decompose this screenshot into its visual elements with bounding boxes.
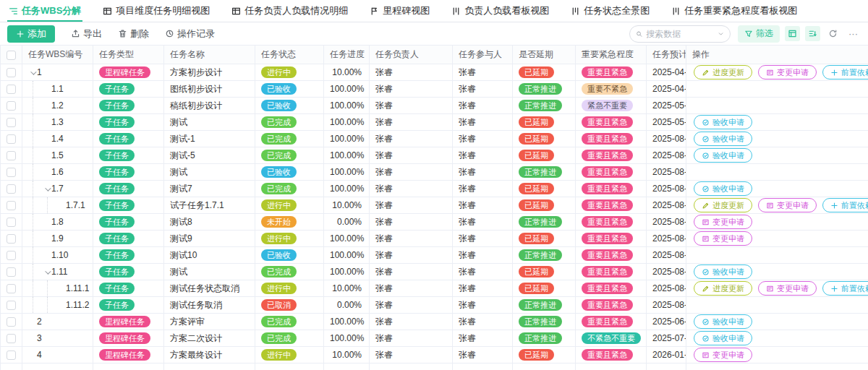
search-input[interactable]	[646, 29, 714, 39]
change-button[interactable]: 变更申请	[694, 215, 752, 229]
badge: 子任务	[99, 83, 135, 95]
badge: 里程碑任务	[99, 349, 150, 361]
chevron-down-icon[interactable]	[718, 30, 724, 38]
more-button[interactable]: ···	[846, 26, 861, 41]
change-button[interactable]: 变更申请	[694, 231, 752, 246]
task-owner-cell: 张睿	[370, 81, 453, 98]
pre-button[interactable]: 前置依赖	[822, 65, 868, 79]
row-checkbox[interactable]	[7, 301, 16, 310]
badge: 重要且紧急	[582, 183, 633, 194]
tab-view-1[interactable]: 项目维度任务明细视图	[101, 0, 211, 22]
plus-icon	[830, 285, 838, 293]
row-checkbox[interactable]	[7, 184, 16, 194]
accept-button[interactable]: 验收申请	[694, 314, 752, 329]
row-checkbox[interactable]	[7, 251, 16, 260]
row-height-button[interactable]	[805, 26, 820, 41]
collapse-chevron-icon[interactable]	[43, 267, 51, 277]
task-status-cell: 已完成	[255, 147, 324, 164]
operation-log-button[interactable]: 操作记录	[165, 27, 215, 40]
task-type-cell: 子任务	[93, 98, 164, 114]
task-type-cell: 子任务	[93, 81, 164, 98]
refresh-button[interactable]	[825, 26, 841, 41]
table-row: 1.8子任务测试8未开始0.00%张睿张睿正常推进重要且紧急2025-08-变更…	[1, 214, 868, 231]
progress-button[interactable]: 进度更新	[694, 65, 752, 79]
plus-icon	[16, 30, 25, 38]
change-button[interactable]: 变更申请	[758, 198, 817, 212]
row-checkbox[interactable]	[7, 234, 16, 244]
operations-cell	[686, 297, 868, 314]
delay-status-cell: 已延期	[513, 197, 576, 214]
change-button[interactable]: 变更申请	[694, 348, 752, 362]
urgency-cell: 不紧急不重要	[576, 330, 647, 347]
row-checkbox[interactable]	[7, 201, 16, 210]
accept-button[interactable]: 验收申请	[694, 115, 752, 129]
accept-button[interactable]: 验收申请	[694, 132, 752, 146]
planned-date-cell: 2025-08-	[647, 131, 686, 147]
row-checkbox[interactable]	[7, 317, 16, 327]
row-checkbox[interactable]	[7, 151, 16, 160]
add-button[interactable]: 添加	[7, 25, 55, 43]
accept-button[interactable]: 验收申请	[694, 148, 752, 163]
tab-view-5[interactable]: 任务状态全景图	[569, 0, 651, 22]
column-header-6: 任务负责人	[370, 46, 453, 64]
column-header-1: 任务WBS编号	[22, 46, 93, 64]
pre-button[interactable]: 前置依赖	[822, 281, 868, 296]
row-checkbox[interactable]	[7, 118, 16, 127]
progress-button[interactable]: 进度更新	[694, 281, 752, 296]
field-config-button[interactable]	[785, 26, 800, 41]
pencil-icon	[702, 202, 710, 210]
badge: 不紧急不重要	[582, 332, 641, 344]
funnel-icon	[744, 30, 753, 38]
select-all-checkbox[interactable]	[7, 51, 16, 60]
accept-button[interactable]: 验收申请	[694, 331, 752, 345]
collapse-chevron-icon[interactable]	[43, 184, 51, 194]
badge: 进行中	[261, 66, 297, 78]
row-checkbox[interactable]	[7, 168, 16, 177]
kanban-icon	[451, 7, 461, 16]
accept-button[interactable]: 验收申请	[694, 181, 752, 196]
tab-view-4[interactable]: 负责人负载看板视图	[450, 0, 550, 22]
task-name-cell: 测试	[164, 114, 255, 131]
row-checkbox[interactable]	[7, 134, 16, 144]
task-participant-cell: 张睿	[453, 197, 513, 214]
task-status-cell: 已完成	[255, 131, 324, 147]
row-checkbox[interactable]	[7, 350, 16, 360]
task-progress-cell: 10.00%	[324, 347, 370, 363]
task-name-cell: 测试8	[164, 214, 255, 231]
task-participant-cell: 张睿	[453, 330, 513, 347]
task-name-cell: 测试任务状态取消	[164, 280, 255, 297]
badge: 进行中	[261, 233, 297, 244]
planned-date-cell: 2025-08-	[647, 197, 686, 214]
tab-view-0[interactable]: 任务WBS分解	[7, 0, 82, 22]
task-participant-cell: 张睿	[453, 181, 513, 197]
urgency-cell: 重要且紧急	[576, 197, 647, 214]
collapse-chevron-icon[interactable]	[28, 67, 37, 77]
table-row: 1.4子任务测试-1已完成100.00%张睿张睿已延期重要且紧急2025-08-…	[1, 131, 868, 147]
row-checkbox[interactable]	[7, 334, 16, 343]
delay-status-cell: 正常推进	[513, 247, 576, 264]
export-button[interactable]: 导出	[71, 27, 102, 40]
row-checkbox[interactable]	[7, 101, 16, 111]
delay-status-cell: 已延期	[513, 264, 576, 280]
task-progress-cell: 100.00%	[324, 314, 370, 330]
row-checkbox[interactable]	[7, 267, 16, 277]
row-checkbox[interactable]	[7, 284, 16, 293]
row-checkbox[interactable]	[7, 85, 16, 94]
operations-cell: 验收申请	[686, 330, 868, 347]
delay-status-cell: 正常推进	[513, 314, 576, 330]
progress-button[interactable]: 进度更新	[694, 198, 752, 212]
row-checkbox[interactable]	[7, 68, 16, 77]
accept-button[interactable]: 验收申请	[694, 264, 752, 279]
change-button[interactable]: 变更申请	[758, 281, 817, 296]
delete-button[interactable]: 删除	[118, 27, 149, 40]
row-checkbox[interactable]	[7, 218, 16, 227]
tab-view-3[interactable]: 里程碑视图	[368, 0, 431, 22]
tab-view-2[interactable]: 任务负责人负载情况明细	[230, 0, 349, 22]
doc-icon	[702, 218, 710, 226]
tab-view-6[interactable]: 任务重要紧急程度看板视图	[670, 0, 799, 22]
change-button[interactable]: 变更申请	[758, 65, 817, 79]
wbs-number-cell: 1.8	[22, 214, 93, 231]
badge: 已验收	[261, 100, 297, 111]
pre-button[interactable]: 前置依赖	[822, 198, 868, 212]
filter-button[interactable]: 筛选	[738, 25, 780, 43]
